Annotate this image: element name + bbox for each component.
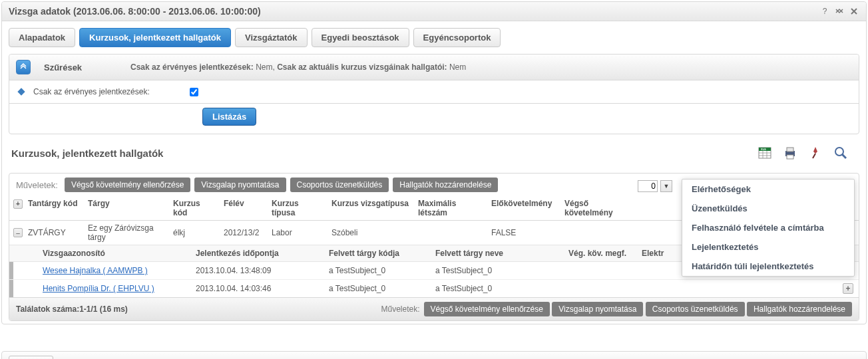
ops-label-bottom: Műveletek:	[381, 304, 419, 314]
menu-message[interactable]: Üzenetküldés	[682, 199, 854, 218]
menu-unregister[interactable]: Lejelentkeztetés	[682, 237, 854, 257]
op-group-message[interactable]: Csoportos üzenetküldés	[290, 178, 389, 192]
op-print-exam[interactable]: Vizsgalap nyomtatása	[194, 178, 286, 192]
col-prereq: Előkövetelmény	[487, 196, 560, 221]
op-assign-students[interactable]: Hallgatók hozzárendelése	[393, 178, 498, 192]
help-icon[interactable]: ?	[819, 6, 830, 17]
subcol-final: Vég. köv. megf.	[564, 245, 638, 262]
row-action-icon[interactable]: +	[843, 283, 853, 294]
filter-summary: Csak az érvényes jelentkezések: Nem, Csa…	[130, 62, 466, 72]
tab-vizsgaztatok[interactable]: Vizsgáztatók	[235, 28, 308, 47]
op-assign-students-bottom[interactable]: Hallgatók hozzárendelése	[747, 302, 852, 316]
subcol-time: Jelentkezés időpontja	[192, 245, 325, 262]
expand-all-icon[interactable]: +	[13, 199, 23, 209]
op-final-req-bottom[interactable]: Végső követelmény ellenőrzése	[424, 302, 550, 316]
col-course-type: Kurzus típusa	[268, 196, 327, 221]
cell-course-type: Labor	[268, 221, 327, 245]
list-button[interactable]: Listázás	[202, 108, 256, 126]
pin-icon[interactable]	[806, 144, 825, 162]
collapse-row-icon[interactable]: –	[13, 228, 23, 237]
collapse-filter-icon[interactable]	[16, 60, 31, 74]
close-icon[interactable]	[849, 6, 859, 17]
cell-subject: Ez egy Záróvizsga tárgy	[84, 221, 169, 245]
cell-name: a TestSubject_0	[431, 262, 564, 280]
page-dropdown-icon[interactable]: ▼	[660, 180, 672, 192]
tab-kurzusok[interactable]: Kurzusok, jelentkezett hallgatók	[79, 28, 231, 47]
print-icon[interactable]	[781, 144, 799, 162]
context-menu: Elérhetőségek Üzenetküldés Felhasználó f…	[682, 179, 855, 277]
col-subject: Tárgy	[84, 196, 169, 221]
menu-late-unregister[interactable]: Határidőn túli lejelentkeztetés	[682, 257, 854, 276]
valid-only-checkbox[interactable]	[190, 88, 198, 96]
cell-term: 2012/13/2	[220, 221, 268, 245]
svg-text:XLS: XLS	[761, 148, 766, 151]
tab-egyedi[interactable]: Egyedi beosztások	[312, 28, 409, 47]
op-group-message-bottom[interactable]: Csoportos üzenetküldés	[646, 302, 745, 316]
student-link[interactable]: Henits Pompília Dr. ( EHPLVU )	[43, 284, 154, 293]
student-link[interactable]: Wesee Hajnalka ( AAMWPB )	[43, 266, 148, 275]
result-count: Találatok száma:1-1/1 (16 ms)	[16, 304, 381, 314]
col-exam-type: Kurzus vizsgatípusa	[327, 196, 414, 221]
col-course-code: Kurzus kód	[169, 196, 220, 221]
op-final-req[interactable]: Végső követelmény ellenőrzése	[65, 178, 190, 192]
section-title: Kurzusok, jelentkezett hallgatók	[11, 148, 163, 159]
svg-rect-5	[787, 155, 793, 159]
cell-finalreq	[560, 221, 640, 245]
cell-subject-code: ZVTÁRGY	[24, 221, 84, 245]
cell-exam-type: Szóbeli	[327, 221, 414, 245]
col-subject-code: Tantárgy kód	[24, 196, 84, 221]
svg-rect-4	[787, 148, 793, 152]
page-input[interactable]	[638, 180, 658, 192]
tab-alapadatok[interactable]: Alapadatok	[9, 28, 75, 47]
diamond-icon	[17, 88, 25, 95]
cell-code: a TestSubject_0	[325, 262, 431, 280]
export-xls-icon[interactable]: XLS	[756, 144, 774, 162]
filter-checkbox-label: Csak az érvényes jelentkezések:	[33, 87, 150, 96]
subcol-name: Felvett tárgy neve	[431, 245, 564, 262]
restore-icon[interactable]	[834, 6, 845, 17]
subcol-code: Felvett tárgy kódja	[325, 245, 431, 262]
cell-time: 2013.10.04. 14:03:46	[192, 280, 325, 298]
col-term: Félév	[220, 196, 268, 221]
cell-name: a TestSubject_0	[431, 280, 564, 298]
tab-egyencsoportok[interactable]: Egyéncsoportok	[413, 28, 501, 47]
filter-heading: Szűrések	[44, 62, 117, 72]
cell-time: 2013.10.04. 13:48:09	[192, 262, 325, 280]
cell-prereq: FALSE	[487, 221, 560, 245]
window-title: Vizsga adatok (2013.06.06. 8:00:00 - 201…	[9, 6, 815, 17]
ops-label: Műveletek:	[16, 180, 58, 190]
back-button[interactable]: Vissza	[9, 356, 53, 359]
search-icon[interactable]	[831, 144, 850, 162]
cell-course-code: élkj	[169, 221, 220, 245]
menu-add-to-dir[interactable]: Felhasználó felvétele a címtárba	[682, 218, 854, 237]
op-print-exam-bottom[interactable]: Vizsgalap nyomtatása	[552, 302, 643, 316]
col-finalreq: Végső követelmény	[560, 196, 640, 221]
cell-maxnum	[414, 221, 487, 245]
menu-contacts[interactable]: Elérhetőségek	[682, 180, 854, 199]
cell-code: a TestSubject_0	[325, 280, 431, 298]
subcol-id: Vizsgaazonosító	[39, 245, 192, 262]
col-maxnum: Maximális létszám	[414, 196, 487, 221]
